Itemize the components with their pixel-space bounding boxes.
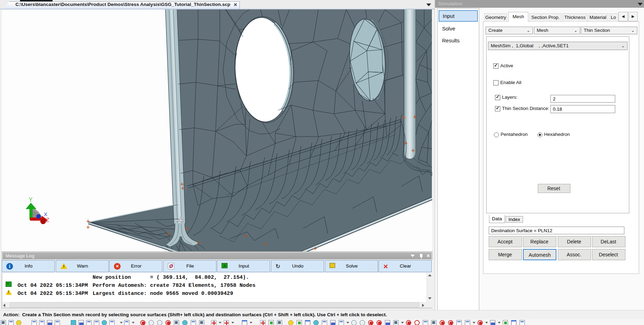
svg-text:Y: Y [29, 197, 33, 203]
svg-text:Z: Z [46, 217, 49, 223]
svg-text:X: X [44, 211, 47, 217]
